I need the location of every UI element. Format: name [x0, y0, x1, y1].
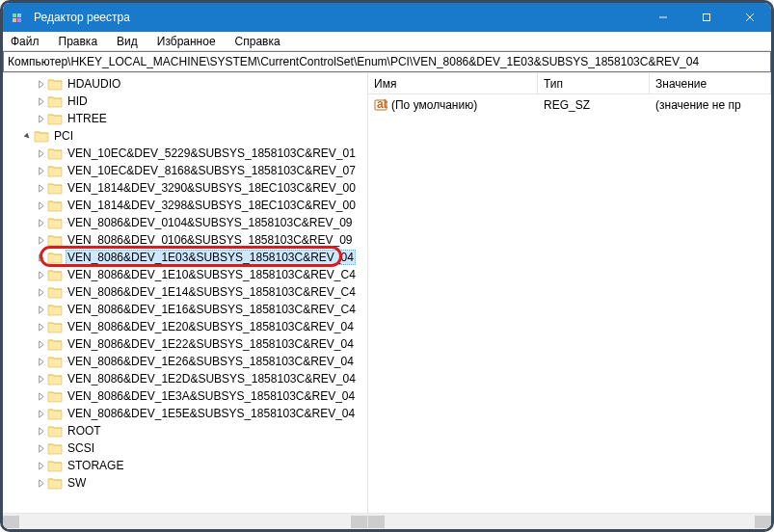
folder-icon — [47, 112, 63, 125]
tree-horizontal-scrollbar[interactable] — [3, 513, 367, 529]
folder-icon — [47, 285, 63, 299]
tree-item[interactable]: VEN_8086&DEV_1E14&SUBSYS_1858103C&REV_C4 — [3, 283, 367, 301]
tree-expander-icon[interactable] — [34, 181, 47, 195]
registry-editor-window: Редактор реестра Файл Правка Вид Избранн… — [0, 0, 774, 532]
tree-item-label: VEN_8086&DEV_0104&SUBSYS_1858103C&REV_09 — [66, 216, 355, 229]
values-horizontal-scrollbar[interactable] — [368, 513, 771, 529]
tree-item[interactable]: HID — [3, 93, 367, 110]
tree-item[interactable]: VEN_8086&DEV_1E26&SUBSYS_1858103C&REV_04 — [3, 353, 367, 370]
tree-expander-icon[interactable] — [34, 476, 47, 490]
maximize-button[interactable] — [684, 3, 728, 32]
tree-expander-icon[interactable] — [34, 199, 47, 212]
tree-expander-icon[interactable] — [34, 112, 47, 125]
tree-expander-icon[interactable] — [34, 320, 47, 333]
folder-icon — [47, 355, 63, 368]
address-bar[interactable]: Компьютер\HKEY_LOCAL_MACHINE\SYSTEM\Curr… — [3, 51, 771, 72]
minimize-button[interactable] — [641, 3, 684, 32]
tree-item[interactable]: VEN_8086&DEV_0106&SUBSYS_1858103C&REV_09 — [3, 231, 367, 249]
tree-item[interactable]: SW — [3, 474, 367, 492]
tree-item-label: HDAUDIO — [66, 77, 122, 91]
menu-edit[interactable]: Правка — [55, 33, 102, 50]
folder-icon — [47, 199, 63, 212]
tree-expander-icon[interactable] — [34, 389, 47, 403]
tree-item[interactable]: VEN_10EC&DEV_8168&SUBSYS_1858103C&REV_07 — [3, 162, 367, 179]
tree-expander-icon[interactable] — [34, 164, 47, 177]
tree-item[interactable]: VEN_8086&DEV_1E5E&SUBSYS_1858103C&REV_04 — [3, 405, 367, 422]
tree-expander-icon[interactable] — [34, 372, 47, 386]
tree-expander-icon[interactable] — [34, 233, 47, 247]
tree-item-label: VEN_8086&DEV_1E22&SUBSYS_1858103C&REV_04 — [66, 337, 356, 351]
tree-expander-icon[interactable] — [34, 285, 47, 299]
tree-item-label: VEN_8086&DEV_1E3A&SUBSYS_1858103C&REV_04 — [66, 389, 357, 403]
tree-expander-icon[interactable] — [34, 216, 47, 229]
tree-item[interactable]: VEN_8086&DEV_1E22&SUBSYS_1858103C&REV_04 — [3, 335, 367, 353]
tree-item[interactable]: VEN_1814&DEV_3298&SUBSYS_18EC103C&REV_00 — [3, 197, 367, 214]
svg-text:ab: ab — [377, 98, 387, 111]
tree-item[interactable]: VEN_8086&DEV_1E3A&SUBSYS_1858103C&REV_04 — [3, 387, 367, 405]
svg-rect-1 — [17, 13, 21, 17]
tree-expander-icon[interactable] — [34, 459, 47, 472]
folder-icon — [47, 459, 63, 472]
tree-item-label: VEN_8086&DEV_1E14&SUBSYS_1858103C&REV_C4 — [66, 285, 358, 299]
menu-file[interactable]: Файл — [7, 33, 43, 50]
titlebar[interactable]: Редактор реестра — [3, 3, 771, 32]
close-button[interactable] — [728, 3, 771, 32]
tree-item[interactable]: SCSI — [3, 439, 367, 457]
folder-icon — [47, 268, 63, 281]
value-name: (По умолчанию) — [391, 98, 477, 112]
tree-item[interactable]: PCI — [3, 127, 367, 145]
tree-item[interactable]: VEN_1814&DEV_3290&SUBSYS_18EC103C&REV_00 — [3, 179, 367, 197]
tree-expander-icon[interactable] — [34, 407, 47, 420]
column-name[interactable]: Имя — [368, 73, 538, 93]
tree-item-label: SW — [66, 476, 88, 490]
tree-expander-icon[interactable] — [20, 129, 34, 143]
tree-expander-icon[interactable] — [34, 355, 47, 368]
menu-help[interactable]: Справка — [231, 33, 284, 50]
tree-item[interactable]: HDAUDIO — [3, 75, 367, 93]
folder-icon — [47, 94, 63, 108]
value-data: (значение не пр — [655, 98, 765, 112]
address-text: Компьютер\HKEY_LOCAL_MACHINE\SYSTEM\Curr… — [8, 55, 699, 68]
folder-icon — [47, 441, 63, 455]
tree-item[interactable]: VEN_8086&DEV_1E2D&SUBSYS_1858103C&REV_04 — [3, 370, 367, 387]
tree-item[interactable]: VEN_8086&DEV_0104&SUBSYS_1858103C&REV_09 — [3, 214, 367, 231]
tree-item[interactable]: VEN_8086&DEV_1E20&SUBSYS_1858103C&REV_04 — [3, 318, 367, 335]
folder-icon — [47, 216, 63, 229]
string-value-icon: ab — [374, 98, 387, 112]
tree-item-label: STORAGE — [66, 459, 125, 472]
tree-item-label: VEN_8086&DEV_0106&SUBSYS_1858103C&REV_09 — [66, 233, 355, 247]
tree-expander-icon[interactable] — [34, 303, 47, 316]
tree-item[interactable]: VEN_8086&DEV_1E10&SUBSYS_1858103C&REV_C4 — [3, 266, 367, 283]
folder-icon — [47, 372, 63, 386]
tree-expander-icon[interactable] — [34, 441, 47, 455]
tree-expander-icon[interactable] — [34, 77, 47, 91]
menu-view[interactable]: Вид — [113, 33, 142, 50]
tree-expander-icon[interactable] — [34, 424, 47, 438]
column-type[interactable]: Тип — [538, 73, 650, 93]
folder-icon — [47, 251, 63, 264]
folder-icon — [47, 407, 63, 420]
values-list[interactable]: ab(По умолчанию)REG_SZ(значение не пр — [368, 94, 771, 513]
tree-item-label: VEN_8086&DEV_1E26&SUBSYS_1858103C&REV_04 — [66, 355, 356, 368]
tree-item[interactable]: VEN_8086&DEV_1E03&SUBSYS_1858103C&REV_04 — [3, 249, 367, 266]
tree-item[interactable]: ROOT — [3, 422, 367, 439]
tree-item[interactable]: VEN_10EC&DEV_5229&SUBSYS_1858103C&REV_01 — [3, 145, 367, 162]
column-value[interactable]: Значение — [650, 73, 771, 93]
menu-favorites[interactable]: Избранное — [153, 33, 220, 50]
tree-item[interactable]: HTREE — [3, 110, 367, 127]
tree-item[interactable]: STORAGE — [3, 457, 367, 474]
folder-icon — [47, 77, 63, 91]
tree-expander-icon[interactable] — [34, 94, 47, 108]
svg-rect-0 — [13, 13, 16, 17]
folder-icon — [47, 146, 63, 160]
tree-expander-icon[interactable] — [34, 251, 47, 264]
tree-expander-icon[interactable] — [34, 146, 47, 160]
folder-icon — [47, 164, 63, 177]
tree-item-label: VEN_10EC&DEV_8168&SUBSYS_1858103C&REV_07 — [66, 164, 358, 177]
tree-item[interactable]: VEN_8086&DEV_1E16&SUBSYS_1858103C&REV_C4 — [3, 301, 367, 318]
value-row[interactable]: ab(По умолчанию)REG_SZ(значение не пр — [368, 96, 771, 114]
tree-expander-icon[interactable] — [34, 268, 47, 281]
tree-expander-icon[interactable] — [34, 337, 47, 351]
folder-icon — [47, 389, 63, 403]
tree-pane[interactable]: HDAUDIOHIDHTREEPCIVEN_10EC&DEV_5229&SUBS… — [3, 73, 368, 529]
